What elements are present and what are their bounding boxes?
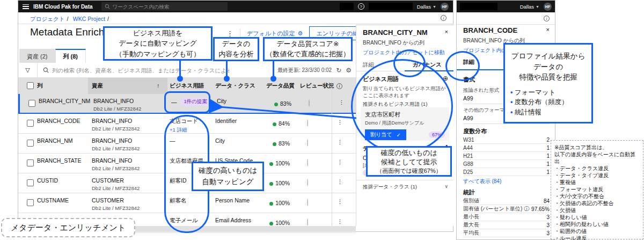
list-item: H211 — [463, 152, 550, 160]
global-search[interactable] — [101, 2, 228, 11]
chevron-down-icon[interactable]: ∨ — [444, 184, 448, 189]
tab-assets[interactable]: 資産 (2) — [19, 49, 55, 63]
info-icon[interactable] — [544, 16, 550, 21]
select-all-checkbox[interactable] — [27, 82, 34, 89]
cell-review-status — [307, 179, 308, 186]
note-bullet: データ・タイプ違反 — [554, 172, 641, 179]
info-icon[interactable] — [441, 15, 447, 21]
row-overflow-icon[interactable]: ⋮ — [337, 139, 343, 145]
note-bullets: データ・クラス違反データ・タイプ違反重複値フォーマット違反大/小文字の不整合欠損… — [554, 165, 641, 240]
breadcrumb-project[interactable]: WKC Project — [73, 16, 105, 22]
row-overflow-icon[interactable]: ⋮ — [337, 219, 343, 224]
quality-dot-icon — [269, 202, 273, 206]
filter-icon[interactable]: ▽ — [18, 63, 38, 77]
overflow-menu-icon[interactable]: ⋮ — [226, 30, 233, 37]
note-bullet: 範囲外の値 — [554, 228, 641, 235]
search-icon — [43, 67, 49, 73]
cell-asset: CUSTOMERDb2 Lite / MFZ32842 — [92, 177, 140, 191]
sort-ascending-icon[interactable]: ↑ — [157, 82, 160, 89]
profile-bullet: 統計情報 — [510, 107, 568, 118]
row-overflow-icon[interactable]: ⋮ — [337, 159, 343, 165]
cell-asset: BRANCH_INFODb2 Lite / MFZ32842 — [92, 118, 140, 132]
row-checkbox[interactable] — [27, 120, 34, 127]
row-overflow-icon[interactable]: ⋮ — [337, 119, 343, 125]
tab-columns[interactable]: 列 (8) — [55, 49, 86, 63]
column-search[interactable] — [38, 67, 277, 74]
breadcrumb-projects[interactable]: プロジェクト — [30, 16, 64, 22]
header-column[interactable]: 列 — [37, 78, 43, 94]
quality-dot-icon — [269, 162, 273, 166]
global-search-input[interactable] — [113, 4, 224, 10]
close-icon[interactable]: × — [546, 26, 550, 33]
callout-connector — [179, 61, 181, 77]
list-item: A441 — [463, 144, 550, 152]
column-divider — [332, 78, 332, 226]
callout-dot — [270, 76, 276, 82]
header-data-class[interactable]: データ・クラス — [215, 78, 255, 94]
view-tabs: 資産 (2) 列 (8) — [19, 49, 86, 63]
cell-column-name: BRANCH_STATE — [37, 157, 81, 164]
pending-review-icon — [307, 179, 308, 186]
list-item: G881 — [463, 160, 550, 168]
region-selector[interactable]: Dallas▼ — [417, 4, 436, 10]
list-item: 平均長3 — [463, 229, 550, 237]
callout-quality-score: データ品質スコア※ （数値化で直感的に把握） — [263, 37, 353, 61]
show-all-link[interactable]: すべて表示 (84) — [463, 178, 501, 185]
cell-review-status — [307, 120, 308, 126]
callout-dot — [224, 76, 230, 82]
redacted-block — [340, 3, 354, 10]
row-overflow-icon[interactable]: ⋮ — [337, 199, 343, 205]
region-selector[interactable]: Dallas▼ — [520, 4, 539, 10]
list-item: 個別値84 — [463, 197, 550, 205]
avatar[interactable]: HF — [544, 3, 552, 11]
cell-data-quality: 100% — [244, 220, 290, 226]
default-settings-button[interactable]: デフォルトの設定⚙ — [247, 30, 303, 38]
pending-review-icon — [307, 119, 308, 127]
row-checkbox[interactable] — [27, 179, 34, 186]
note-bullet: ルール違反 — [554, 235, 641, 240]
cell-asset: BRANCH_INFODb2 Lite / MFZ32842 — [92, 157, 140, 171]
highlight-details-tab — [445, 51, 480, 81]
chevron-down-icon: ▼ — [536, 5, 539, 9]
callout-low-confidence: 確度の低いものは 候補としてて提示 （画面例では確度67%） — [366, 146, 452, 177]
row-overflow-icon[interactable]: ⋮ — [337, 179, 343, 185]
callout-low-subtext: （画面例では確度67%） — [376, 167, 442, 175]
other-format-value: A99 — [463, 115, 473, 121]
cell-data-class: City — [215, 137, 225, 144]
header-asset[interactable]: 資産 — [92, 78, 103, 94]
quality-dot-icon — [273, 122, 276, 126]
note-bullet: 大/小文字の不整合 — [554, 193, 641, 200]
row-checkbox[interactable] — [27, 199, 34, 206]
row-checkbox[interactable] — [28, 100, 35, 107]
highlight-suggested-term-card — [351, 59, 453, 154]
list-item: 固有値 (パーセント単位) ⓘ97.65% — [463, 205, 550, 213]
row-checkbox[interactable] — [27, 159, 34, 166]
callout-dot — [177, 76, 183, 82]
table-settings-icon[interactable]: ⚙ — [346, 67, 352, 74]
inferred-format-label: 推論された形式 — [463, 87, 499, 94]
info-row — [457, 12, 555, 25]
cell-asset: BRANCH_INFODb2 Lite / MFZ32842 — [92, 137, 140, 151]
frequency-list: W312A441H211G881D251 — [463, 136, 550, 176]
hamburger-menu-icon[interactable] — [23, 4, 29, 9]
help-icon[interactable] — [358, 3, 364, 10]
note-bullet: 欠損値 — [554, 207, 641, 214]
close-icon[interactable]: × — [445, 28, 448, 35]
stats-heading: 統計 — [463, 188, 475, 197]
row-overflow-icon[interactable]: ⋮ — [339, 99, 345, 105]
chevron-down-icon: ▼ — [433, 5, 436, 9]
suggested-classes-heading: 推奨データ・クラス (1) — [363, 184, 417, 191]
cell-asset: BRANCH_INFODb2 Lite / MFZ32842 — [93, 98, 141, 112]
list-item: W312 — [463, 136, 550, 144]
inferred-format-value: A99 — [463, 95, 473, 101]
quality-score-note: ※品質スコア算出は、 以下の違反内容をベースに自動算出 データ・クラス違反データ… — [551, 140, 643, 239]
quality-dot-icon — [269, 182, 273, 186]
refresh-icon[interactable]: ↻ — [336, 67, 341, 74]
avatar[interactable]: HF — [441, 3, 449, 11]
list-item: 最大長3 — [463, 221, 550, 229]
header-review-status[interactable]: レビュー状況 — [300, 78, 342, 94]
ibm-top-bar: Dallas▼ HF — [457, 1, 555, 12]
column-search-input[interactable] — [52, 67, 229, 74]
row-checkbox[interactable] — [27, 140, 34, 147]
note-title: ※品質スコア算出は、 以下の違反内容をベースに自動算出 — [554, 144, 641, 165]
